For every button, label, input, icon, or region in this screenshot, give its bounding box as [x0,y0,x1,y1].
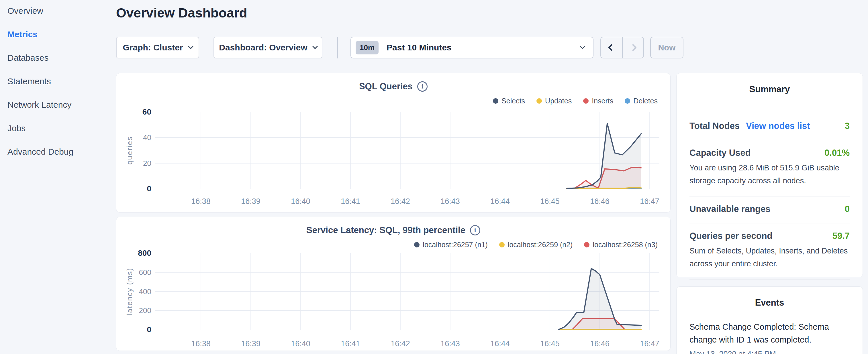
time-range-selector[interactable]: 10m Past 10 Minutes [350,37,593,58]
service-latency-chart: 020040060080016:3816:3916:4016:4116:4216… [116,217,671,351]
events-panel: Events Schema Change Completed: Schema c… [676,286,863,354]
svg-text:800: 800 [138,249,151,257]
svg-text:16:40: 16:40 [291,197,310,206]
svg-text:16:45: 16:45 [540,340,560,348]
svg-text:40: 40 [143,133,151,142]
summary-row-queries-per-second: Queries per second 59.7 Sum of Selects, … [689,223,850,279]
svg-text:16:38: 16:38 [191,340,211,348]
summary-label: Capacity Used [689,148,751,158]
event-timestamp: May 13, 2020 at 4:45 PM [689,350,850,354]
svg-text:queries: queries [125,136,134,164]
svg-text:16:44: 16:44 [490,197,510,206]
time-window-label: Past 10 Minutes [386,43,581,53]
summary-description: You are using 28.6 MiB of 515.9 GiB usab… [689,162,850,187]
summary-row-total-nodes: Total Nodes View nodes list 3 [689,114,850,140]
time-pager [600,37,644,58]
svg-text:16:42: 16:42 [391,197,410,206]
sql-queries-chart-card: SQL Queries i Selects Updates Inserts De… [116,73,671,213]
svg-text:latency (ms): latency (ms) [125,268,134,315]
dashboard-controls: Graph: Cluster Dashboard: Overview 10m P… [116,37,689,58]
svg-text:16:42: 16:42 [391,340,410,348]
svg-text:16:44: 16:44 [490,340,510,348]
summary-value: 59.7 [833,231,850,241]
summary-row-unavailable-ranges: Unavailable ranges 0 [689,196,850,223]
svg-text:16:47: 16:47 [640,340,659,348]
chevron-left-icon [608,44,615,51]
svg-text:0: 0 [147,184,151,193]
page-title: Overview Dashboard [116,5,247,21]
svg-text:200: 200 [139,306,151,315]
event-list-item[interactable]: Schema Change Completed: Schema change w… [689,321,850,354]
chevron-right-icon [629,44,637,51]
sidebar-item-advanced-debug[interactable]: Advanced Debug [7,147,111,157]
svg-text:16:43: 16:43 [440,340,460,348]
graph-scope-dropdown-label: Graph: Cluster [123,43,183,53]
svg-text:16:45: 16:45 [540,197,560,206]
sidebar-item-statements[interactable]: Statements [7,76,111,87]
svg-text:16:47: 16:47 [640,197,659,206]
summary-title: Summary [689,84,850,95]
graph-scope-dropdown[interactable]: Graph: Cluster [116,37,199,58]
event-message: Schema Change Completed: Schema change w… [689,321,850,346]
summary-row-capacity-used: Capacity Used 0.01% You are using 28.6 M… [689,140,850,196]
chevron-down-icon [188,44,193,49]
chevron-down-icon [312,44,317,49]
svg-text:60: 60 [143,107,151,116]
svg-text:0: 0 [147,325,151,334]
now-button[interactable]: Now [650,37,683,58]
svg-text:16:41: 16:41 [341,197,360,206]
summary-label: Total Nodes [689,121,740,131]
summary-panel: Summary Total Nodes View nodes list 3 Ca… [676,73,863,277]
svg-text:16:39: 16:39 [241,340,260,348]
view-nodes-list-link[interactable]: View nodes list [746,121,810,131]
summary-value: 0 [845,204,850,214]
summary-label: Queries per second [689,231,772,241]
controls-divider [337,37,338,58]
svg-text:600: 600 [139,268,151,277]
summary-value: 0.01% [825,148,850,158]
service-latency-chart-card: Service Latency: SQL, 99th percentile i … [116,217,671,351]
svg-text:16:43: 16:43 [440,197,460,206]
sql-queries-chart: 020406016:3816:3916:4016:4116:4216:4316:… [116,73,671,213]
summary-value: 3 [845,121,850,131]
dashboard-select-dropdown[interactable]: Dashboard: Overview [214,37,322,58]
events-title: Events [689,297,850,308]
time-window-badge: 10m [355,41,378,55]
svg-text:400: 400 [139,287,151,296]
svg-text:16:46: 16:46 [590,197,610,206]
sidebar-nav: Overview Metrics Databases Statements Ne… [7,6,111,170]
chevron-down-icon [580,44,585,49]
sidebar-item-metrics[interactable]: Metrics [7,29,111,39]
sidebar-item-jobs[interactable]: Jobs [7,123,111,133]
svg-text:16:41: 16:41 [341,340,360,348]
previous-time-window-button[interactable] [601,37,622,58]
sidebar-item-overview[interactable]: Overview [7,6,111,16]
svg-text:16:38: 16:38 [191,197,211,206]
next-time-window-button[interactable] [622,37,643,58]
svg-text:16:39: 16:39 [241,197,260,206]
svg-text:20: 20 [143,159,151,167]
summary-label: Unavailable ranges [689,204,771,214]
summary-description: Sum of Selects, Updates, Inserts, and De… [689,245,850,270]
svg-text:16:40: 16:40 [291,340,310,348]
svg-text:16:46: 16:46 [590,340,610,348]
dashboard-select-dropdown-label: Dashboard: Overview [219,43,307,53]
sidebar-item-databases[interactable]: Databases [7,53,111,63]
sidebar-item-network-latency[interactable]: Network Latency [7,100,111,110]
